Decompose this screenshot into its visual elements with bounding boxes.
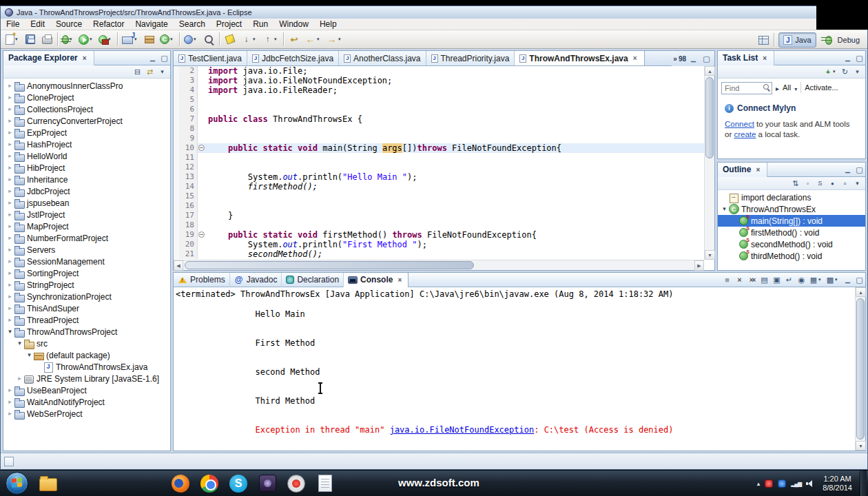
- debug-button[interactable]: [60, 31, 76, 48]
- expander-icon[interactable]: [6, 141, 14, 148]
- scroll-right-icon[interactable]: ▶: [694, 260, 704, 271]
- project-tree-item[interactable]: ThrowAndThrowsEx.java: [3, 361, 170, 373]
- chrome-app[interactable]: [195, 471, 224, 496]
- view-menu-button[interactable]: [851, 178, 863, 189]
- collapse-icon[interactable]: [198, 231, 205, 238]
- word-wrap-button[interactable]: [783, 274, 795, 285]
- pin-console-button[interactable]: [796, 274, 807, 285]
- status-bar-icon[interactable]: [4, 457, 14, 466]
- close-tab-icon[interactable]: [631, 54, 639, 63]
- expander-icon[interactable]: [6, 82, 14, 90]
- new-java-project-button[interactable]: [120, 31, 141, 48]
- skype-app[interactable]: [224, 471, 253, 496]
- package-explorer-tree[interactable]: AnonymousInnerClassPro CloneProject Co: [3, 79, 170, 451]
- editor-horizontal-scrollbar[interactable]: ◀ ▶: [174, 260, 704, 270]
- expander-icon[interactable]: [6, 176, 14, 183]
- project-tree-item[interactable]: ThisAndSuper: [3, 302, 170, 314]
- save-button[interactable]: [22, 31, 39, 48]
- scroll-left-icon[interactable]: ◀: [174, 260, 183, 271]
- view-menu-button[interactable]: [851, 66, 863, 77]
- tab-overflow-count[interactable]: 98: [679, 55, 686, 63]
- hide-local-types-button[interactable]: [839, 178, 851, 189]
- expander-icon[interactable]: [16, 340, 23, 347]
- expander-icon[interactable]: [6, 316, 14, 324]
- outline-tree-item[interactable]: ThrowAndThrowsEx: [718, 203, 865, 215]
- sort-button[interactable]: [789, 178, 801, 189]
- expander-icon[interactable]: [25, 351, 33, 359]
- remove-launch-button[interactable]: [734, 274, 745, 285]
- expander-icon[interactable]: [6, 152, 14, 160]
- terminate-button[interactable]: [721, 274, 733, 285]
- project-tree-item[interactable]: SortingProject: [3, 267, 170, 279]
- search-button[interactable]: [200, 31, 217, 48]
- dropdown-arrow-icon[interactable]: [194, 37, 198, 42]
- outline-tree-item[interactable]: firstMethod() : void: [718, 227, 865, 238]
- open-console-button[interactable]: [825, 274, 840, 285]
- expander-icon[interactable]: [6, 281, 14, 289]
- app-tray-icon[interactable]: [778, 479, 786, 488]
- close-view-icon[interactable]: [81, 54, 89, 62]
- editor-tab[interactable]: JdbcFetchSize.java: [247, 51, 339, 65]
- project-tree-item[interactable]: ThrowAndThrowsProject: [3, 326, 170, 338]
- project-tree-item[interactable]: CollectionsProject: [3, 103, 170, 115]
- close-view-icon[interactable]: [761, 54, 769, 62]
- editor-tab[interactable]: AnotherClass.java: [339, 51, 426, 65]
- expander-icon[interactable]: [6, 234, 14, 242]
- maximize-view-button[interactable]: [854, 164, 865, 175]
- expander-icon[interactable]: [6, 304, 14, 312]
- expander-icon[interactable]: [6, 258, 14, 265]
- minimize-view-button[interactable]: [147, 52, 158, 63]
- create-task-link[interactable]: create: [734, 130, 756, 138]
- outline-view-tab[interactable]: Outline: [718, 163, 767, 177]
- expander-icon[interactable]: [6, 223, 14, 230]
- maximize-view-button[interactable]: [158, 52, 170, 63]
- toggle-mark-occurrences-button[interactable]: [222, 31, 238, 48]
- expander-icon[interactable]: [6, 410, 14, 417]
- hide-non-public-members-button[interactable]: [827, 178, 838, 189]
- project-tree-item[interactable]: HashProject: [3, 138, 170, 150]
- console-vertical-scrollbar[interactable]: ▲ ▼: [855, 287, 865, 451]
- project-tree-item[interactable]: WaitAndNotifyProject: [3, 396, 170, 408]
- run-external-tools-button[interactable]: [96, 31, 115, 48]
- open-task-button[interactable]: [182, 31, 200, 48]
- print-button[interactable]: [39, 31, 55, 48]
- expander-icon[interactable]: [6, 293, 14, 300]
- expander-icon[interactable]: [721, 205, 728, 213]
- expander-icon[interactable]: [6, 386, 14, 394]
- scope-arrow-icon[interactable]: [776, 81, 779, 94]
- project-tree-item[interactable]: WebSerProject: [3, 408, 170, 420]
- console-output[interactable]: <terminated> ThrowAndThrowsEx [Java Appl…: [174, 287, 855, 451]
- notepad-app[interactable]: [311, 471, 340, 496]
- menu-item[interactable]: Refactor: [87, 19, 130, 30]
- expander-icon[interactable]: [6, 211, 14, 218]
- editor-hscrollbar-thumb[interactable]: [185, 261, 474, 269]
- expander-icon[interactable]: [6, 129, 14, 136]
- project-tree-item[interactable]: Servers: [3, 244, 170, 256]
- project-tree-item[interactable]: ExpProject: [3, 127, 170, 138]
- editor-tab[interactable]: ThrowAndThrowsEx.java: [515, 51, 644, 65]
- project-tree-item[interactable]: UseBeanProject: [3, 384, 170, 396]
- scroll-down-icon[interactable]: ▼: [856, 441, 866, 451]
- connect-link[interactable]: Connect: [725, 120, 754, 128]
- volume-icon[interactable]: [806, 479, 815, 488]
- project-tree-item[interactable]: StringProject: [3, 279, 170, 291]
- debug-perspective-button[interactable]: Debug: [818, 32, 865, 48]
- expander-icon[interactable]: [16, 375, 23, 382]
- title-bar[interactable]: Java - ThrowAndThrowsProject/src/ThrowAn…: [1, 6, 867, 19]
- menu-item[interactable]: Navigate: [130, 19, 173, 30]
- project-tree-item[interactable]: jspusebean: [3, 197, 170, 209]
- previous-annotation-button[interactable]: [260, 31, 281, 48]
- network-icon[interactable]: [791, 481, 801, 487]
- console-scrollbar-thumb[interactable]: [856, 298, 865, 440]
- expander-icon[interactable]: [6, 105, 14, 113]
- project-tree-item[interactable]: (default package): [3, 349, 170, 361]
- open-perspective-button[interactable]: [758, 34, 769, 45]
- project-tree-item[interactable]: SessionManagement: [3, 256, 170, 267]
- outline-tree-item[interactable]: import declarations: [718, 192, 865, 203]
- expander-icon[interactable]: [6, 187, 14, 195]
- recorder-tray-icon[interactable]: [765, 479, 773, 488]
- expander-icon[interactable]: [6, 199, 14, 207]
- back-button[interactable]: [302, 31, 324, 48]
- synchronize-button[interactable]: [839, 66, 851, 77]
- editor-vertical-scrollbar[interactable]: ▲ ▼: [704, 66, 714, 260]
